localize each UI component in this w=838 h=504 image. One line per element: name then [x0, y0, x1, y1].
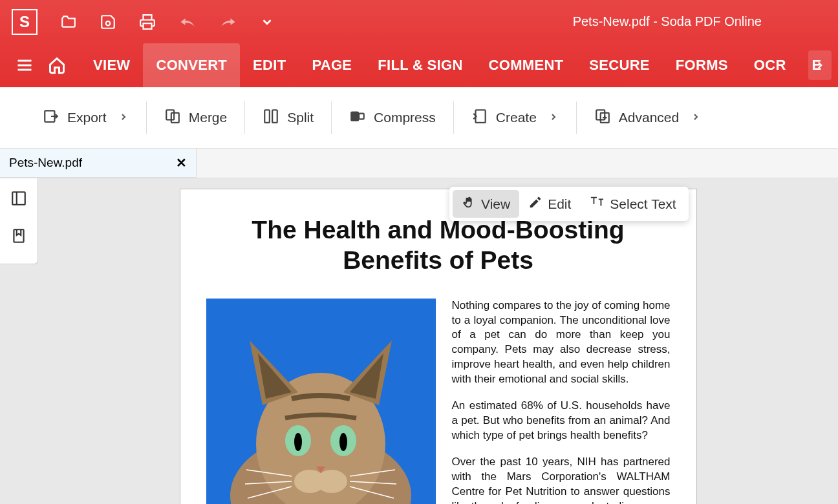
nav-scroll-right[interactable] [808, 50, 832, 80]
split-label: Split [287, 110, 314, 125]
advanced-icon [594, 108, 611, 128]
tab-secure[interactable]: SECURE [576, 43, 663, 87]
document-tab-name: Pets-New.pdf [9, 156, 82, 170]
tab-fill-sign[interactable]: FILL & SIGN [365, 43, 475, 87]
tab-forms[interactable]: FORMS [663, 43, 741, 87]
chevron-down-icon[interactable] [260, 15, 274, 29]
hand-icon [462, 195, 476, 213]
view-mode-button[interactable]: View [453, 190, 519, 218]
document-tab-bar: Pets-New.pdf ✕ [0, 149, 838, 178]
select-text-mode-button[interactable]: Select Text [580, 190, 685, 218]
advanced-button[interactable]: Advanced [580, 108, 715, 128]
create-icon [471, 108, 488, 128]
tab-view[interactable]: VIEW [80, 43, 143, 87]
select-text-icon [589, 195, 605, 213]
document-title: Pets-New.pdf - Soda PDF Online [573, 14, 762, 29]
tab-convert[interactable]: CONVERT [143, 43, 240, 87]
page-area: The Health and Mood-Boosting Benefits of… [38, 178, 838, 504]
svg-point-0 [106, 21, 111, 25]
floating-mode-toolbar: View Edit Select Text [449, 187, 689, 221]
home-icon[interactable] [48, 56, 66, 74]
pencil-icon [528, 195, 543, 213]
export-icon [43, 108, 59, 128]
create-button[interactable]: Create [457, 108, 573, 128]
edit-mode-button[interactable]: Edit [519, 190, 580, 218]
print-icon[interactable] [139, 14, 156, 30]
select-text-mode-label: Select Text [610, 196, 676, 212]
svg-rect-10 [351, 112, 358, 120]
convert-toolbar: Export Merge Split Compress Create [0, 87, 838, 149]
svg-rect-17 [14, 229, 23, 242]
document-tab[interactable]: Pets-New.pdf ✕ [0, 149, 197, 178]
merge-icon [164, 108, 181, 128]
svg-rect-6 [166, 110, 174, 120]
pdf-page: The Health and Mood-Boosting Benefits of… [180, 189, 697, 504]
paragraph-3: Over the past 10 years, NIH has partnere… [452, 455, 671, 504]
tab-ocr[interactable]: OCR [741, 43, 799, 87]
export-button[interactable]: Export [28, 108, 143, 128]
folder-open-icon[interactable] [60, 14, 77, 30]
svg-rect-15 [12, 192, 25, 205]
chevron-right-icon [548, 110, 559, 125]
split-icon [263, 108, 279, 128]
top-bar: S Pets-New.pdf - Soda PDF Online [0, 0, 838, 43]
side-panel [0, 178, 38, 264]
page-title: The Health and Mood-Boosting Benefits of… [206, 215, 671, 276]
tab-comment[interactable]: COMMENT [476, 43, 577, 87]
paragraph-1: Nothing compares to the joy of coming ho… [452, 299, 671, 388]
compress-button[interactable]: Compress [335, 108, 450, 128]
svg-point-22 [294, 433, 302, 451]
tab-page[interactable]: PAGE [299, 43, 365, 87]
split-button[interactable]: Split [248, 108, 328, 128]
cat-image [206, 299, 436, 504]
view-mode-label: View [481, 196, 510, 212]
svg-rect-8 [264, 110, 270, 123]
export-label: Export [67, 110, 107, 125]
tab-edit[interactable]: EDIT [240, 43, 299, 87]
compress-label: Compress [374, 110, 436, 125]
save-icon[interactable] [100, 14, 116, 30]
svg-rect-1 [144, 23, 152, 29]
svg-point-23 [339, 433, 347, 451]
undo-icon[interactable] [178, 16, 197, 28]
merge-label: Merge [189, 110, 228, 125]
panels-icon[interactable] [10, 190, 27, 209]
bookmark-icon[interactable] [10, 227, 27, 247]
svg-rect-11 [359, 113, 364, 119]
edit-mode-label: Edit [548, 196, 571, 212]
chevron-right-icon [691, 110, 701, 125]
workspace: View Edit Select Text The Health and Moo… [0, 178, 838, 504]
merge-button[interactable]: Merge [150, 108, 242, 128]
chevron-right-icon [118, 110, 129, 125]
svg-point-25 [316, 470, 347, 493]
svg-rect-7 [171, 112, 179, 122]
menu-icon[interactable] [16, 56, 34, 74]
app-logo[interactable]: S [12, 9, 38, 35]
svg-rect-9 [272, 110, 277, 123]
nav-bar: VIEW CONVERT EDIT PAGE FILL & SIGN COMME… [0, 43, 838, 87]
page-text: Nothing compares to the joy of coming ho… [452, 299, 671, 504]
compress-icon [349, 108, 366, 128]
advanced-label: Advanced [619, 110, 679, 125]
paragraph-2: An estimated 68% of U.S. households have… [452, 399, 671, 443]
create-label: Create [496, 110, 537, 125]
close-icon[interactable]: ✕ [176, 155, 187, 171]
redo-icon[interactable] [219, 16, 237, 28]
